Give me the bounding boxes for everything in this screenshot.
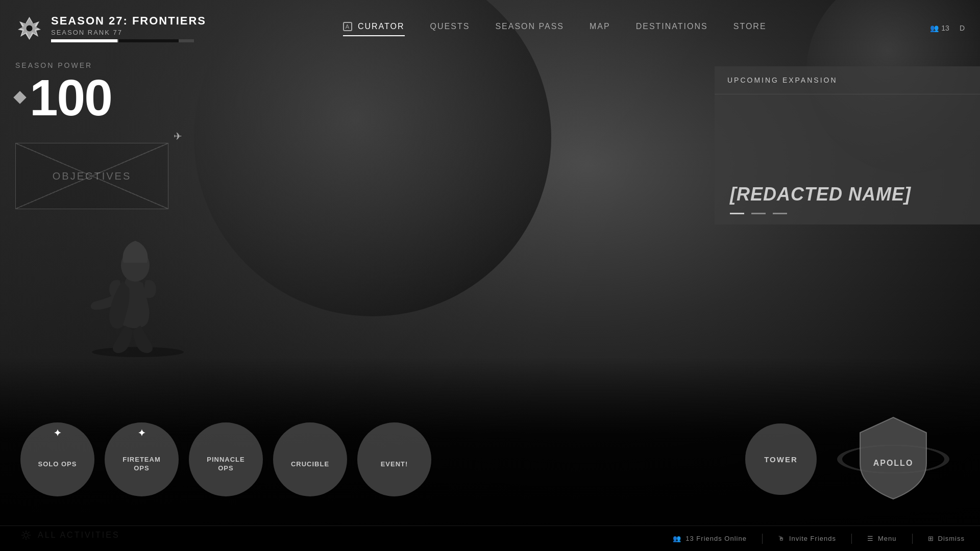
nav-curator[interactable]: A CURATOR [343, 22, 404, 35]
a-button-icon: A [343, 22, 352, 31]
footer-menu-label: Menu [878, 535, 897, 542]
tower-button[interactable]: TOWER [745, 423, 817, 495]
friends-indicator: 👥 13 [930, 24, 949, 32]
footer-divider-3 [912, 534, 913, 544]
nav-area: A CURATOR QUESTS SEASON PASS MAP DESTINA… [206, 22, 903, 35]
expansion-dot-3[interactable] [773, 213, 787, 214]
friends-count: 13 [941, 24, 949, 32]
nav-season-pass[interactable]: SEASON PASS [495, 22, 564, 34]
footer-divider-1 [762, 534, 763, 544]
nav-season-pass-label: SEASON PASS [495, 22, 564, 31]
nav-quests[interactable]: QUESTS [430, 22, 470, 34]
pinnacle-ops-button[interactable]: PINNACLEOPS [189, 422, 263, 496]
fireteam-ops-button[interactable]: ✦ FIRETEAMOPS [105, 422, 179, 496]
header: SEASON 27: FRONTIERS SEASON RANK 77 A CU… [0, 0, 980, 56]
tower-label: TOWER [764, 455, 798, 464]
footer-invite-label: Invite Friends [789, 535, 836, 542]
season-title: SEASON 27: FRONTIERS [51, 14, 206, 28]
header-d-button[interactable]: D [960, 24, 965, 32]
guardian-figure [82, 214, 194, 357]
nav-quests-label: QUESTS [430, 22, 470, 31]
footer-dismiss[interactable]: ⊞ Dismiss [928, 535, 965, 542]
season-progress-bar [51, 39, 194, 42]
svg-point-0 [92, 347, 184, 357]
nav-destinations-label: DESTINATIONS [636, 22, 708, 31]
expansion-content: [REDACTED NAME] [715, 94, 980, 224]
nav-store-label: STORE [733, 22, 767, 31]
apollo-area[interactable]: APOLLO [827, 408, 960, 510]
menu-btn-icon: ☰ [867, 535, 874, 542]
friends-online-icon: 👥 [673, 535, 681, 542]
season-power-value: 100 [15, 72, 112, 123]
fireteam-ops-label: FIRETEAMOPS [122, 456, 160, 473]
friends-icon: 👥 [930, 24, 939, 32]
footer-invite[interactable]: 🖱 Invite Friends [778, 535, 836, 542]
nav-map[interactable]: MAP [590, 22, 610, 34]
expansion-dot-2[interactable] [751, 213, 766, 214]
progress-segment [117, 39, 179, 42]
logo-area: SEASON 27: FRONTIERS SEASON RANK 77 [15, 14, 206, 42]
season-power-label: SEASON POWER [15, 61, 112, 69]
expansion-name: [REDACTED NAME] [730, 184, 965, 205]
power-number: 100 [30, 72, 112, 123]
main-content: SEASON POWER 100 [15, 61, 112, 123]
footer-friends: 👥 13 Friends Online [673, 535, 747, 542]
pinnacle-ops-label: PINNACLEOPS [207, 456, 244, 473]
nav-curator-label: CURATOR [358, 22, 405, 31]
footer-menu[interactable]: ☰ Menu [867, 535, 897, 542]
expansion-header-label: UPCOMING EXPANSION [727, 76, 838, 84]
expansion-panel: UPCOMING EXPANSION [REDACTED NAME] [715, 66, 980, 224]
mouse-icon: 🖱 [778, 535, 785, 542]
apollo-label: APOLLO [873, 459, 914, 467]
crucible-label: CRUCIBLE [291, 460, 329, 469]
apollo-button[interactable]: APOLLO [855, 415, 932, 504]
power-diamond-icon [13, 91, 26, 104]
footer-dismiss-label: Dismiss [938, 535, 965, 542]
event-button[interactable]: EVENT! [357, 422, 431, 496]
progress-filled [51, 39, 117, 42]
expansion-dots [730, 213, 965, 214]
season-info: SEASON 27: FRONTIERS SEASON RANK 77 [51, 14, 206, 42]
crucible-button[interactable]: CRUCIBLE [273, 422, 347, 496]
destiny-logo-icon [15, 14, 43, 42]
event-label: EVENT! [381, 460, 408, 469]
dismiss-icon: ⊞ [928, 535, 934, 542]
nav-destinations[interactable]: DESTINATIONS [636, 22, 708, 34]
header-right: 👥 13 D [903, 24, 965, 32]
objectives-label: OBJECTIVES [53, 170, 131, 182]
flying-ship-icon: ✈ [174, 130, 182, 142]
expansion-header: UPCOMING EXPANSION [715, 66, 980, 94]
expansion-dot-1[interactable] [730, 213, 744, 214]
objectives-box[interactable]: OBJECTIVES [15, 143, 168, 209]
nav-store[interactable]: STORE [733, 22, 767, 34]
solo-ops-button[interactable]: ✦ SOLO OPS [20, 422, 94, 496]
activities-bar: ✦ SOLO OPS ✦ FIRETEAMOPS PINNACLEOPS CRU… [0, 408, 980, 510]
apollo-shield-icon: APOLLO [855, 415, 932, 502]
footer-divider-2 [851, 534, 852, 544]
spark-icon-solo: ✦ [54, 428, 62, 439]
solo-ops-label: SOLO OPS [38, 460, 77, 469]
footer-friends-label: 13 Friends Online [685, 535, 747, 542]
season-rank: SEASON RANK 77 [51, 29, 206, 36]
nav-map-label: MAP [590, 22, 610, 31]
footer-bar: 👥 13 Friends Online 🖱 Invite Friends ☰ M… [0, 525, 980, 551]
spark-icon-fireteam: ✦ [138, 428, 146, 439]
